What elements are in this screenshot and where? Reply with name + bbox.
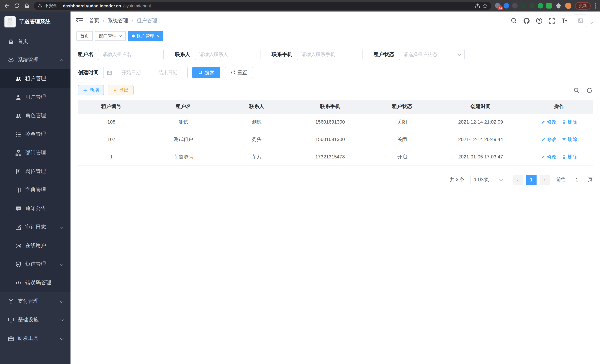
delete-link[interactable]: 删除 xyxy=(562,119,577,125)
export-button[interactable]: 导出 xyxy=(108,85,134,95)
search-button-label: 搜索 xyxy=(205,69,215,76)
sidebar-item-部门管理[interactable]: 部门管理 xyxy=(0,144,71,162)
column-header: 创建时间 xyxy=(436,100,525,113)
tab-首页[interactable]: 首页 xyxy=(76,31,93,41)
header: 首页/系统管理/租户管理 xyxy=(71,11,600,30)
page-1-button[interactable]: 1 xyxy=(526,175,536,185)
close-icon[interactable]: × xyxy=(157,34,159,38)
contact-phone-input[interactable] xyxy=(297,49,363,60)
column-header: 联系手机 xyxy=(291,100,369,113)
sidebar-item-角色管理[interactable]: 角色管理 xyxy=(0,106,71,125)
user-avatar[interactable] xyxy=(574,14,587,27)
sidebar-item-label: 首页 xyxy=(18,38,28,45)
chevron-down-icon[interactable] xyxy=(590,20,593,24)
sidebar-item-通知公告[interactable]: 通知公告 xyxy=(0,199,71,218)
edit-icon xyxy=(15,224,21,230)
delete-link[interactable]: 删除 xyxy=(562,136,577,143)
sidebar-item-错误码管理[interactable]: 错误码管理 xyxy=(0,273,71,292)
action-label: 删除 xyxy=(568,153,577,160)
add-button-label: 新增 xyxy=(89,87,99,93)
cell-name: 测试租户 xyxy=(145,131,222,148)
reset-button[interactable]: 重置 xyxy=(225,67,253,78)
logo-image xyxy=(4,16,16,28)
action-label: 修改 xyxy=(547,119,557,125)
cell-actions: 修改删除 xyxy=(525,113,593,131)
address-bar[interactable]: 不安全 | dashboard.yudao.iocoder.cn/system/… xyxy=(34,2,491,10)
search-icon[interactable] xyxy=(511,17,517,24)
sidebar-item-label: 审计日志 xyxy=(25,224,46,230)
toggle-search-icon[interactable] xyxy=(573,87,580,93)
breadcrumb-item[interactable]: 系统管理 xyxy=(108,17,128,24)
sidebar-item-系统管理[interactable]: 系统管理 xyxy=(0,51,71,69)
goto-page-input[interactable] xyxy=(569,175,585,185)
url-path: /system/tenant xyxy=(123,3,151,8)
extension-icon[interactable]: 10 xyxy=(495,3,501,9)
browser-chrome: 不安全 | dashboard.yudao.iocoder.cn/system/… xyxy=(0,0,600,11)
delete-link[interactable]: 删除 xyxy=(562,153,577,160)
sidebar-item-字典管理[interactable]: 字典管理 xyxy=(0,181,71,199)
browser-menu-icon[interactable] xyxy=(594,3,596,9)
bookmark-star-icon[interactable] xyxy=(482,3,488,8)
tenant-name-input[interactable] xyxy=(98,49,164,60)
sidebar-item-用户管理[interactable]: 用户管理 xyxy=(0,88,71,106)
extension-icon[interactable] xyxy=(504,3,509,9)
tab-部门管理[interactable]: 部门管理× xyxy=(95,31,126,41)
sidebar-item-label: 系统管理 xyxy=(18,57,38,64)
add-button[interactable]: 新增 xyxy=(78,85,104,95)
search-button[interactable]: 搜索 xyxy=(192,67,220,78)
share-icon[interactable] xyxy=(475,3,480,8)
extensions-puzzle-icon[interactable] xyxy=(555,3,562,9)
help-icon[interactable] xyxy=(536,17,543,24)
sidebar-item-审计日志[interactable]: 审计日志 xyxy=(0,218,71,236)
gear-icon xyxy=(8,57,14,63)
back-icon[interactable] xyxy=(4,3,10,9)
profile-avatar[interactable] xyxy=(565,3,572,9)
prev-page-button[interactable]: ‹ xyxy=(513,175,523,185)
sidebar-item-菜单管理[interactable]: 菜单管理 xyxy=(0,125,71,144)
chevron-down-icon xyxy=(458,52,461,56)
chevron-down-icon xyxy=(499,177,503,181)
action-label: 修改 xyxy=(547,136,557,143)
sidebar-item-支付管理[interactable]: 支付管理 xyxy=(0,292,71,311)
sidebar-item-租户管理[interactable]: 租户管理 xyxy=(0,69,71,88)
sidebar-menu: 首页系统管理租户管理用户管理角色管理菜单管理部门管理岗位管理字典管理通知公告审计… xyxy=(0,32,71,348)
contact-input[interactable] xyxy=(195,49,261,60)
create-time-range-picker[interactable]: 开始日期 - 结束日期 xyxy=(103,67,188,78)
font-size-icon[interactable] xyxy=(561,17,568,24)
close-icon[interactable]: × xyxy=(119,34,122,38)
edit-link[interactable]: 修改 xyxy=(541,119,557,125)
fullscreen-icon[interactable] xyxy=(548,17,555,24)
extension-icon[interactable] xyxy=(512,3,518,9)
sidebar-item-短信管理[interactable]: 短信管理 xyxy=(0,255,71,273)
book-icon xyxy=(15,187,21,193)
extension-icon[interactable] xyxy=(529,3,535,9)
home-icon[interactable] xyxy=(24,3,30,9)
next-page-button[interactable]: › xyxy=(539,175,550,185)
extension-icon[interactable] xyxy=(546,3,552,9)
sidebar-item-基础设施[interactable]: 基础设施 xyxy=(0,311,71,329)
cell-created: 2021-01-05 17:03:47 xyxy=(436,148,525,166)
edit-link[interactable]: 修改 xyxy=(541,153,557,160)
update-button[interactable]: 更新 xyxy=(575,2,591,9)
broken-image-icon xyxy=(578,18,583,23)
breadcrumb-item[interactable]: 首页 xyxy=(89,17,99,24)
edit-icon xyxy=(541,137,545,141)
tenant-status-label: 租户状态 xyxy=(374,51,394,58)
collapse-sidebar-icon[interactable] xyxy=(76,18,83,24)
tab-租户管理[interactable]: 租户管理× xyxy=(128,31,163,41)
filter-row-2: 创建时间 开始日期 - 结束日期 搜索 重置 xyxy=(78,67,593,78)
extension-icon[interactable] xyxy=(521,3,526,9)
warning-icon xyxy=(38,3,42,8)
edit-link[interactable]: 修改 xyxy=(541,136,557,143)
github-icon[interactable] xyxy=(523,17,530,24)
sidebar-item-首页[interactable]: 首页 xyxy=(0,32,71,51)
reload-icon[interactable] xyxy=(14,3,20,9)
sidebar-item-研发工具[interactable]: 研发工具 xyxy=(0,329,71,348)
tenant-status-select[interactable]: 请选择租户状态 xyxy=(399,49,465,60)
sidebar-item-在线用户[interactable]: 在线用户 xyxy=(0,236,71,255)
extension-icon[interactable] xyxy=(538,3,543,9)
sidebar-item-岗位管理[interactable]: 岗位管理 xyxy=(0,162,71,181)
refresh-table-icon[interactable] xyxy=(586,87,593,93)
page-size-select[interactable]: 10条/页 xyxy=(470,175,506,185)
export-button-label: 导出 xyxy=(119,87,129,93)
